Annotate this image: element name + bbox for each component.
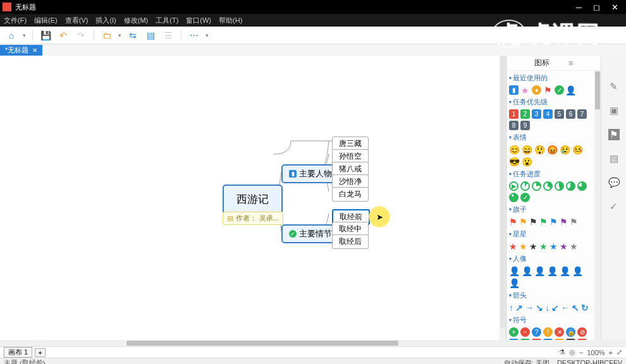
- emoji-cry[interactable]: 😢: [560, 145, 570, 155]
- prio-9[interactable]: 9: [520, 121, 530, 130]
- maximize-button[interactable]: ◻: [593, 3, 600, 12]
- emoji-sick[interactable]: 🤒: [572, 145, 583, 155]
- people-orange[interactable]: 👤: [522, 266, 532, 276]
- save-icon[interactable]: 💾: [39, 29, 52, 42]
- recent-icon-fire[interactable]: ♦: [532, 85, 541, 95]
- zoom-out[interactable]: −: [579, 349, 583, 356]
- tab-close-icon[interactable]: ✕: [32, 47, 37, 54]
- prio-2[interactable]: 2: [520, 109, 530, 119]
- prio-7[interactable]: 7: [577, 109, 587, 119]
- redo-icon[interactable]: ↷: [75, 29, 87, 42]
- list-icon[interactable]: ☰: [162, 29, 175, 42]
- leaf-bailongma[interactable]: 白龙马: [332, 187, 369, 202]
- panel-scrollbar[interactable]: [594, 71, 601, 340]
- sym-plus[interactable]: +: [509, 327, 519, 337]
- people-blue[interactable]: 👤: [560, 266, 570, 276]
- branch-characters[interactable]: ▮ 主要人物: [281, 164, 340, 183]
- menu-insert[interactable]: 插入(I): [95, 16, 116, 25]
- arrow-upr[interactable]: ↗: [515, 303, 523, 313]
- prio-4[interactable]: 4: [543, 109, 553, 119]
- arrow-r[interactable]: →: [525, 303, 534, 313]
- sym-d[interactable]: ✉: [543, 339, 553, 340]
- minimize-button[interactable]: ─: [576, 3, 582, 12]
- prio-5[interactable]: 5: [555, 109, 564, 119]
- star-dark[interactable]: ★: [529, 241, 537, 252]
- prog-5[interactable]: [566, 181, 575, 191]
- flag-purple[interactable]: ⚑: [560, 217, 568, 227]
- menu-help[interactable]: 帮助(H): [219, 16, 242, 25]
- section-recent[interactable]: ▾最近使用的: [509, 73, 592, 83]
- arrow-l[interactable]: ←: [561, 303, 570, 313]
- recent-icon-1[interactable]: ▮: [509, 85, 519, 95]
- sidetab-comments[interactable]: 💬: [608, 177, 620, 188]
- arrow-d[interactable]: ↓: [545, 303, 549, 313]
- sym-a[interactable]: ▣: [509, 339, 519, 340]
- sym-b[interactable]: ♪: [520, 339, 530, 340]
- recent-icon-star[interactable]: ★: [520, 85, 530, 95]
- star-green[interactable]: ★: [539, 241, 548, 252]
- section-arrows[interactable]: ▾箭头: [509, 291, 592, 300]
- flag-green[interactable]: ⚑: [539, 217, 548, 227]
- flag-blue[interactable]: ⚑: [549, 217, 558, 227]
- menu-tools[interactable]: 工具(T): [156, 16, 178, 25]
- arrow-up[interactable]: ↑: [509, 303, 513, 313]
- sym-f[interactable]: ✈: [566, 339, 575, 340]
- flag-orange[interactable]: ⚑: [519, 217, 527, 227]
- home-icon[interactable]: ⌂: [5, 29, 18, 42]
- emoji-cool[interactable]: 😎: [509, 157, 520, 167]
- fit-icon[interactable]: ⤢: [617, 348, 622, 356]
- prio-3[interactable]: 3: [532, 109, 541, 119]
- emoji-laugh[interactable]: 😄: [522, 145, 532, 155]
- canvas-v-scroll[interactable]: [500, 56, 506, 340]
- sym-i[interactable]: !: [543, 327, 553, 337]
- author-note[interactable]: ▤ 作者：吴承...: [223, 212, 283, 225]
- menu-modify[interactable]: 修改(M): [124, 16, 149, 25]
- prio-1[interactable]: 1: [509, 109, 519, 119]
- prio-6[interactable]: 6: [566, 109, 575, 119]
- emoji-smile[interactable]: 😊: [509, 145, 520, 155]
- section-priority[interactable]: ▾任务优先级: [509, 97, 592, 107]
- arrow-dl[interactable]: ↙: [551, 303, 559, 313]
- recent-icon-check[interactable]: ✓: [555, 85, 564, 95]
- people-dark[interactable]: 👤: [534, 266, 545, 276]
- export-icon[interactable]: ▤: [144, 29, 157, 42]
- section-stars[interactable]: ▾星星: [509, 229, 592, 239]
- undo-icon[interactable]: ↶: [57, 29, 70, 42]
- canvas[interactable]: 西游记 ▤ 作者：吴承... ▮ 主要人物 唐三藏 孙悟空 猪八戒 沙悟净 白龙…: [0, 56, 506, 340]
- flag-dark[interactable]: ⚑: [529, 217, 537, 227]
- sym-q[interactable]: ?: [532, 327, 541, 337]
- prog-0[interactable]: ▶: [509, 181, 519, 191]
- star-grey[interactable]: ★: [570, 241, 578, 252]
- sym-e[interactable]: ★: [555, 339, 564, 340]
- arrow-refresh[interactable]: ↻: [581, 303, 589, 313]
- sidetab-task[interactable]: ✓: [608, 201, 620, 212]
- sym-g[interactable]: ♥: [577, 339, 587, 340]
- menu-window[interactable]: 窗口(W): [186, 16, 211, 25]
- folder-icon[interactable]: 🗀: [101, 29, 113, 42]
- prog-3[interactable]: [543, 181, 553, 191]
- prog-8[interactable]: ✓: [520, 193, 530, 202]
- prio-8[interactable]: 8: [509, 121, 519, 130]
- star-blue[interactable]: ★: [549, 241, 558, 252]
- sym-lock[interactable]: 🔒: [566, 327, 575, 337]
- close-button[interactable]: ✕: [611, 3, 618, 12]
- sidetab-image[interactable]: ▣: [608, 105, 620, 116]
- people-purple[interactable]: 👤: [572, 266, 583, 276]
- sym-minus[interactable]: −: [520, 327, 530, 337]
- more-icon[interactable]: ⋯: [188, 29, 200, 42]
- recent-icon-person[interactable]: 👤: [566, 85, 575, 95]
- emoji-angry[interactable]: 😡: [547, 145, 558, 155]
- panel-menu-icon[interactable]: ≡: [568, 59, 573, 68]
- leaf-after[interactable]: 取经后: [332, 234, 369, 249]
- star-purple[interactable]: ★: [560, 241, 568, 252]
- star-orange[interactable]: ★: [519, 241, 527, 252]
- emoji-shock[interactable]: 😲: [534, 145, 545, 155]
- section-emoji[interactable]: ▾表情: [509, 133, 592, 142]
- menu-view[interactable]: 查看(V): [65, 16, 89, 25]
- zoom-in[interactable]: +: [609, 349, 613, 356]
- flag-grey[interactable]: ⚑: [570, 217, 578, 227]
- root-node[interactable]: 西游记: [223, 185, 283, 214]
- sym-x[interactable]: ✕: [555, 327, 564, 337]
- sidetab-notes[interactable]: ▤: [608, 153, 620, 164]
- sheet-tab[interactable]: 画布 1: [4, 347, 32, 358]
